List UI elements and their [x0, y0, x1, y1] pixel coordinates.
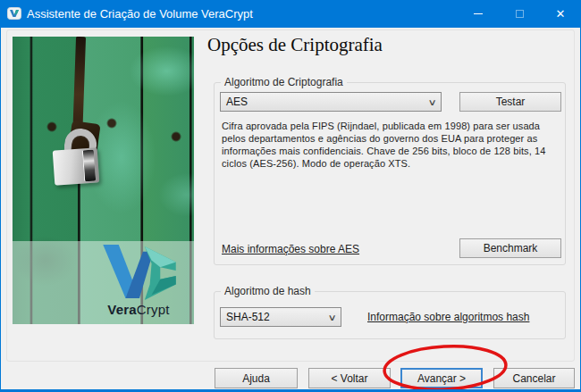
encryption-group-label: Algoritmo de Criptografia — [221, 76, 347, 88]
maximize-icon — [516, 10, 524, 18]
chevron-down-icon: ∨ — [427, 97, 436, 107]
cancel-button[interactable]: Cancelar — [493, 368, 575, 388]
hash-group-label: Algoritmo de hash — [221, 285, 315, 297]
maximize-button[interactable] — [499, 0, 540, 28]
page-title: Opções de Criptografia — [207, 34, 383, 56]
hash-algorithm-value: SHA-512 — [226, 311, 270, 323]
next-button[interactable]: Avançar > — [400, 368, 483, 388]
veracrypt-wizard-window: Assistente de Criação de Volume VeraCryp… — [0, 0, 581, 392]
veracrypt-logo-icon — [98, 245, 181, 302]
padlock-body — [53, 147, 100, 185]
padlock-photo: VeraCrypt — [13, 37, 194, 324]
help-button[interactable]: Ajuda — [215, 368, 298, 388]
logo-overlay: VeraCrypt — [13, 241, 194, 324]
test-button[interactable]: Testar — [459, 92, 561, 112]
hash-algorithm-group: Algoritmo de hash SHA-512 ∨ Informação s… — [214, 291, 566, 339]
veracrypt-app-icon — [7, 6, 21, 21]
hash-algorithm-select[interactable]: SHA-512 ∨ — [220, 307, 341, 327]
aes-info-link[interactable]: Mais informações sobre AES — [222, 243, 359, 255]
encryption-algorithm-group: Algoritmo de Criptografia AES ∨ Testar C… — [214, 82, 566, 265]
benchmark-button[interactable]: Benchmark — [459, 238, 561, 258]
padlock-keyplate — [82, 150, 96, 182]
back-button[interactable]: < Voltar — [308, 368, 391, 388]
minimize-button[interactable] — [458, 0, 499, 28]
window-title: Assistente de Criação de Volume VeraCryp… — [27, 0, 253, 28]
veracrypt-wordmark: VeraCrypt — [89, 302, 188, 317]
close-icon: ✕ — [556, 8, 566, 20]
algorithm-description: Cifra aprovada pela FIPS (Rijndael, publ… — [222, 120, 563, 170]
close-button[interactable]: ✕ — [540, 0, 581, 28]
titlebar: Assistente de Criação de Volume VeraCryp… — [0, 0, 581, 28]
encryption-algorithm-select[interactable]: AES ∨ — [220, 92, 442, 112]
dialog-client-area: VeraCrypt Opções de Criptografia Algorit… — [1, 28, 580, 389]
hash-info-link[interactable]: Informação sobre algoritmos hash — [367, 311, 529, 323]
minimize-icon — [474, 13, 483, 14]
chevron-down-icon: ∨ — [327, 313, 336, 322]
encryption-algorithm-value: AES — [226, 96, 248, 108]
